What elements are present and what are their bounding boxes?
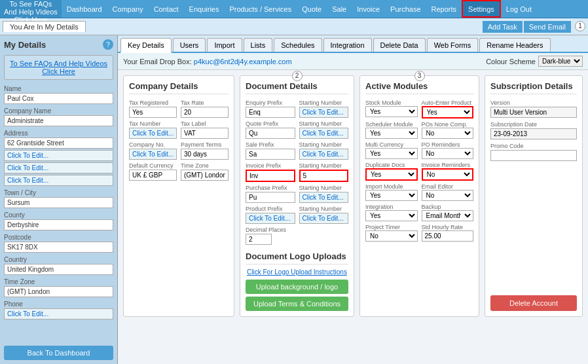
purchase-starting-number-field: Starting Number (299, 185, 349, 203)
duplicate-docs-select[interactable]: Yes (365, 168, 418, 181)
stock-module-select[interactable]: Yes (365, 106, 418, 117)
invoice-prefix-input[interactable] (246, 170, 295, 182)
import-module-field: Import Module Yes (365, 183, 418, 201)
tax-registered-input[interactable] (129, 107, 177, 118)
product-prefix-input[interactable] (246, 213, 295, 224)
purchase-starting-input[interactable] (299, 192, 349, 203)
back-to-dashboard-button[interactable]: Back To Dashboard (4, 346, 113, 360)
tax-rate-field: Tax Rate (181, 100, 229, 118)
tax-rate-input[interactable] (181, 107, 229, 118)
invoice-starting-input[interactable] (299, 170, 349, 182)
enquiry-starting-input[interactable] (299, 107, 349, 118)
timezone-company-input[interactable] (181, 170, 229, 181)
purchase-prefix-input[interactable] (246, 192, 295, 203)
delete-account-button[interactable]: Delete Account (490, 295, 577, 311)
quote-starting-input[interactable] (299, 128, 349, 139)
project-timer-select[interactable]: No (365, 230, 418, 242)
nav-quote[interactable]: Quote (297, 0, 327, 18)
faq-link[interactable]: To See FAQs And Help Videos Click Here (0, 0, 62, 18)
product-starting-input[interactable] (299, 213, 349, 224)
nav-company[interactable]: Company (107, 0, 149, 18)
version-input (490, 107, 577, 118)
tab-users[interactable]: Users (173, 38, 206, 52)
nav-products-services[interactable]: Products / Services (224, 0, 297, 18)
tab-integration[interactable]: Integration (323, 38, 372, 52)
town-input[interactable] (4, 197, 113, 208)
nav-enquiries[interactable]: Enquiries (184, 0, 225, 18)
tab-rename-headers[interactable]: Rename Headers (479, 38, 550, 52)
nav-purchase[interactable]: Purchase (385, 0, 426, 18)
nav-dashboard[interactable]: Dashboard (62, 0, 107, 18)
active-modules-title: Active Modules (365, 81, 473, 94)
name-input[interactable] (4, 93, 113, 104)
sidebar-address-field: Address (4, 130, 113, 186)
nav-settings[interactable]: Settings (462, 0, 501, 18)
nav-invoice[interactable]: Invoice (352, 0, 385, 18)
timezone-input[interactable] (4, 286, 113, 297)
backup-select[interactable]: Email Month (422, 210, 474, 221)
po-reminders-select[interactable]: No (422, 148, 474, 159)
import-module-select[interactable]: Yes (365, 190, 418, 201)
tab-lists[interactable]: Lists (244, 38, 273, 52)
address-line2-input[interactable] (4, 150, 113, 161)
colour-scheme-select[interactable]: Dark-blue (538, 56, 583, 67)
add-task-button[interactable]: Add Task (483, 21, 523, 33)
decimal-places-input[interactable] (246, 234, 272, 245)
email-editor-field: Email Editor No (422, 183, 474, 201)
secondary-nav-my-details[interactable]: You Are In My Details (3, 21, 86, 32)
company-details-grid: Tax Registered Tax Rate Tax Number Tax L… (129, 100, 229, 181)
email-editor-select[interactable]: No (422, 190, 474, 201)
nav-sale[interactable]: Sale (327, 0, 352, 18)
promo-code-input[interactable] (490, 150, 577, 161)
upload-background-logo-button[interactable]: Upload background / logo (246, 280, 348, 294)
county-input[interactable] (4, 219, 113, 230)
tab-key-details[interactable]: Key Details (120, 38, 172, 53)
tab-web-forms[interactable]: Web Forms (427, 38, 479, 52)
pos-none-comp-select[interactable]: No (422, 128, 474, 139)
scheduler-module-select[interactable]: Yes (365, 128, 418, 139)
default-currency-input[interactable] (129, 170, 177, 181)
active-modules-grid: Stock Module Yes Auto-Enter Product Yes … (365, 100, 473, 242)
company-details-title: Company Details (129, 81, 229, 94)
sidebar-help-icon[interactable]: ? (103, 39, 113, 50)
address-line4-input[interactable] (4, 175, 113, 186)
enquiry-prefix-input[interactable] (246, 107, 295, 118)
subscription-date-field: Subscription Date (490, 121, 577, 139)
address-line3-input[interactable] (4, 162, 113, 173)
country-input[interactable] (4, 264, 113, 275)
phone-input[interactable] (4, 308, 113, 319)
nav-reports[interactable]: Reports (426, 0, 462, 18)
document-details-grid: Enquiry Prefix Starting Number Quote Pre… (246, 100, 348, 224)
upload-terms-conditions-button[interactable]: Upload Terms & Conditions (246, 297, 348, 311)
auto-enter-product-select[interactable]: Yes (422, 106, 474, 118)
tax-label-field: Tax Label (181, 120, 229, 139)
multi-currency-select[interactable]: Yes (365, 148, 418, 159)
tab-import[interactable]: Import (207, 38, 242, 52)
tab-schedules[interactable]: Schedules (274, 38, 322, 52)
integration-select[interactable]: Yes (365, 210, 418, 221)
colour-scheme-label: Colour Scheme (486, 58, 536, 65)
quote-prefix-input[interactable] (246, 128, 295, 139)
tax-number-input[interactable] (129, 128, 177, 139)
send-email-button[interactable]: Send Email (524, 21, 571, 33)
nav-logout[interactable]: Log Out (501, 0, 537, 18)
logo-upload-instructions-link[interactable]: Click For Logo Upload Instructions (246, 268, 348, 276)
invoice-reminders-select[interactable]: No (422, 168, 474, 181)
sale-starting-input[interactable] (299, 149, 349, 160)
sidebar-phone-field: Phone (4, 300, 113, 319)
nav-contact[interactable]: Contact (149, 0, 184, 18)
project-timer-field: Project Timer No (365, 224, 418, 242)
company-no-input[interactable] (129, 149, 177, 160)
address-line1-input[interactable] (4, 137, 113, 149)
stock-module-field: Stock Module Yes (365, 100, 418, 118)
company-name-input[interactable] (4, 115, 113, 126)
faq-link-sidebar[interactable]: To See FAQs And Help Videos Click Here (10, 60, 107, 75)
postcode-input[interactable] (4, 242, 113, 253)
payment-terms-field: Payment Terms (181, 141, 229, 160)
sidebar-header: My Details ? (4, 39, 113, 50)
payment-terms-input[interactable] (181, 149, 229, 160)
tab-delete-data[interactable]: Delete Data (373, 38, 426, 52)
tax-label-input[interactable] (181, 128, 229, 139)
std-hourly-rate-input[interactable] (422, 230, 474, 242)
sale-prefix-input[interactable] (246, 149, 295, 160)
